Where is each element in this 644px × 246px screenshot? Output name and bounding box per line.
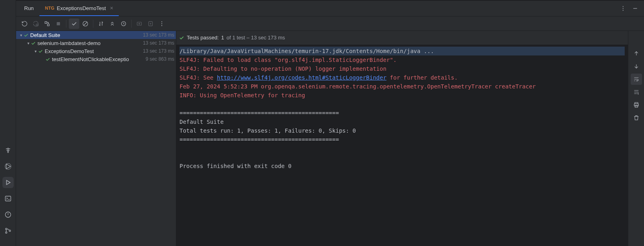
svg-rect-25 bbox=[635, 105, 638, 107]
console-link[interactable]: http://www.slf4j.org/codes.html#StaticLo… bbox=[217, 74, 386, 81]
tab-run-label: Run bbox=[24, 5, 34, 11]
svg-point-8 bbox=[623, 6, 623, 7]
print-icon[interactable] bbox=[631, 99, 642, 111]
run-tool-icon[interactable] bbox=[2, 177, 14, 188]
svg-point-7 bbox=[9, 230, 10, 232]
tests-passed-label: Tests passed: bbox=[187, 33, 219, 42]
tests-passed-count: 1 bbox=[221, 33, 224, 42]
svg-point-6 bbox=[5, 232, 7, 234]
tests-status-bar: Tests passed: 1 of 1 test – 13 sec 173 m… bbox=[176, 31, 628, 45]
terminal-tool-icon[interactable] bbox=[2, 193, 14, 204]
left-tool-rail bbox=[0, 0, 16, 246]
services-tool-icon[interactable] bbox=[2, 161, 14, 172]
svg-point-18 bbox=[139, 23, 140, 24]
svg-rect-12 bbox=[45, 21, 47, 23]
run-toolbar bbox=[16, 16, 644, 31]
tab-run-config-label: ExceptionsDemoTest bbox=[57, 5, 106, 11]
check-icon bbox=[23, 33, 29, 38]
svg-rect-3 bbox=[5, 196, 11, 201]
svg-rect-17 bbox=[137, 22, 142, 25]
svg-point-22 bbox=[161, 25, 162, 26]
minimize-icon[interactable] bbox=[632, 5, 638, 12]
chevron-down-icon[interactable]: ▾ bbox=[26, 41, 31, 45]
tab-run[interactable]: Run bbox=[19, 1, 39, 16]
check-icon bbox=[38, 49, 43, 54]
import-tests-icon[interactable] bbox=[134, 18, 144, 29]
tree-node-label: selenium-lambdatest-demo bbox=[37, 40, 101, 46]
console-wrap: Tests passed: 1 of 1 test – 13 sec 173 m… bbox=[176, 31, 644, 246]
svg-rect-14 bbox=[57, 22, 60, 25]
run-tabs: Run NTG ExceptionsDemoTest × bbox=[16, 0, 644, 16]
sort-icon[interactable] bbox=[96, 18, 106, 29]
show-ignored-icon[interactable] bbox=[80, 18, 91, 29]
tab-run-config[interactable]: NTG ExceptionsDemoTest × bbox=[39, 1, 119, 16]
svg-point-20 bbox=[161, 21, 162, 22]
check-icon bbox=[31, 41, 36, 46]
testng-icon: NTG bbox=[45, 6, 54, 10]
tree-row[interactable]: ▾Default Suite13 sec 173 ms bbox=[16, 31, 176, 39]
scroll-up-icon[interactable] bbox=[631, 48, 642, 59]
separator bbox=[131, 20, 132, 28]
show-passed-icon[interactable] bbox=[69, 18, 79, 29]
test-tree[interactable]: ▾Default Suite13 sec 173 ms▾selenium-lam… bbox=[16, 31, 176, 246]
tree-node-time: 13 sec 173 ms bbox=[143, 32, 174, 38]
export-tests-icon[interactable] bbox=[145, 18, 156, 29]
svg-point-21 bbox=[161, 23, 162, 24]
tree-row[interactable]: ▾ExceptionsDemoTest13 sec 173 ms bbox=[16, 47, 176, 55]
stop-icon[interactable] bbox=[53, 18, 64, 29]
tree-node-label: ExceptionsDemoTest bbox=[45, 48, 94, 54]
rerun-icon[interactable] bbox=[19, 18, 30, 29]
toggle-auto-test-icon[interactable] bbox=[42, 18, 52, 29]
vcs-tool-icon[interactable] bbox=[2, 225, 14, 236]
tree-row[interactable]: ▾selenium-lambdatest-demo13 sec 173 ms bbox=[16, 39, 176, 47]
run-tool-window: Run NTG ExceptionsDemoTest × bbox=[16, 0, 644, 246]
tree-node-time: 13 sec 173 ms bbox=[143, 40, 174, 46]
soft-wrap-icon[interactable] bbox=[631, 74, 642, 85]
more-actions-icon[interactable] bbox=[157, 18, 167, 29]
svg-marker-2 bbox=[6, 180, 10, 185]
console[interactable]: Tests passed: 1 of 1 test – 13 sec 173 m… bbox=[176, 31, 628, 246]
run-body: ▾Default Suite13 sec 173 ms▾selenium-lam… bbox=[16, 31, 644, 246]
svg-point-5 bbox=[5, 228, 7, 230]
rerun-failed-icon[interactable] bbox=[31, 18, 41, 29]
svg-point-9 bbox=[623, 8, 623, 9]
scroll-to-end-icon[interactable] bbox=[631, 86, 642, 98]
expand-all-icon[interactable] bbox=[107, 18, 118, 29]
tree-row[interactable]: testElementNotClickableExceptio9 sec 863… bbox=[16, 55, 176, 63]
separator bbox=[93, 20, 93, 28]
svg-marker-0 bbox=[6, 164, 10, 169]
scroll-down-icon[interactable] bbox=[631, 61, 642, 72]
more-icon[interactable] bbox=[620, 5, 626, 12]
svg-point-10 bbox=[623, 10, 623, 11]
structure-tool-icon[interactable] bbox=[2, 145, 14, 156]
clear-all-icon[interactable] bbox=[631, 112, 642, 123]
chevron-down-icon[interactable]: ▾ bbox=[19, 33, 23, 37]
tree-node-time: 9 sec 863 ms bbox=[146, 56, 174, 62]
check-icon bbox=[179, 35, 184, 41]
console-output[interactable]: /Library/Java/JavaVirtualMachines/temuri… bbox=[176, 45, 628, 170]
collapse-all-icon[interactable] bbox=[118, 18, 129, 29]
tree-node-time: 13 sec 173 ms bbox=[143, 48, 174, 54]
problems-tool-icon[interactable] bbox=[2, 209, 14, 220]
console-right-rail bbox=[628, 31, 644, 246]
separator bbox=[66, 20, 66, 28]
svg-rect-13 bbox=[47, 24, 50, 26]
tree-node-label: Default Suite bbox=[30, 32, 60, 38]
check-icon bbox=[45, 57, 50, 62]
close-icon[interactable]: × bbox=[110, 5, 113, 11]
chevron-down-icon[interactable]: ▾ bbox=[33, 49, 38, 53]
tests-total: of 1 test – 13 sec 173 ms bbox=[227, 33, 285, 42]
tree-node-label: testElementNotClickableExceptio bbox=[52, 56, 129, 62]
